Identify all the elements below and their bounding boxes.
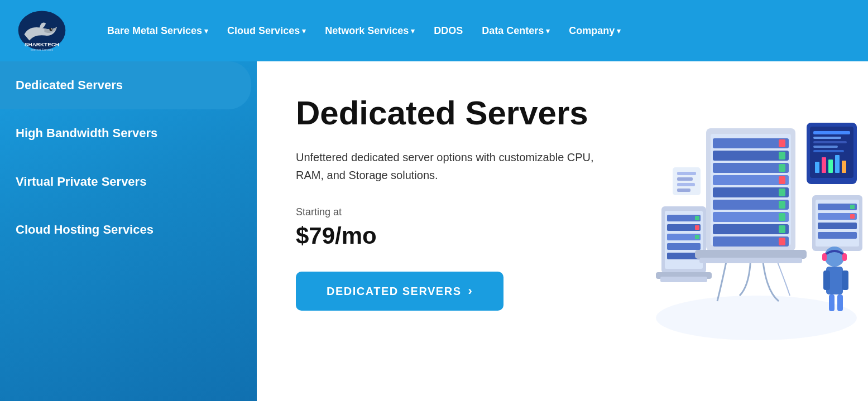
chevron-down-icon: ▾: [302, 27, 306, 35]
nav-bare-metal[interactable]: Bare Metal Services ▾: [100, 21, 215, 41]
svg-rect-54: [822, 253, 827, 261]
svg-rect-44: [818, 223, 857, 229]
svg-rect-50: [823, 270, 830, 290]
svg-text:SHARKTECH: SHARKTECH: [25, 41, 59, 47]
svg-point-2: [51, 28, 52, 30]
chevron-down-icon: ▾: [411, 27, 415, 35]
content-area: Dedicated Servers Unfettered dedicated s…: [257, 61, 868, 401]
svg-rect-57: [677, 172, 696, 175]
svg-rect-24: [779, 225, 785, 233]
svg-rect-55: [842, 253, 847, 261]
sidebar: Dedicated Servers High Bandwidth Servers…: [0, 61, 257, 401]
svg-rect-16: [713, 236, 789, 247]
svg-rect-66: [813, 146, 838, 148]
nav-cloud-services[interactable]: Cloud Services ▾: [220, 21, 313, 41]
chevron-right-icon: ›: [468, 284, 473, 298]
svg-rect-46: [850, 205, 855, 209]
server-illustration-area: [639, 95, 868, 374]
svg-rect-51: [842, 270, 848, 290]
svg-point-5: [656, 296, 857, 340]
svg-rect-11: [713, 175, 789, 185]
svg-rect-18: [779, 152, 785, 160]
main-layout: Dedicated Servers High Bandwidth Servers…: [0, 61, 868, 401]
svg-rect-33: [695, 216, 699, 220]
logo-area[interactable]: SHARKTECH Internet Services: [17, 8, 67, 53]
server-illustration-svg: [639, 95, 868, 363]
svg-rect-69: [822, 157, 826, 173]
svg-point-1: [50, 28, 52, 31]
nav-ddos[interactable]: DDOS: [427, 21, 469, 41]
sidebar-item-vps[interactable]: Virtual Private Servers: [0, 158, 257, 206]
svg-rect-17: [779, 139, 785, 147]
svg-rect-64: [813, 137, 841, 139]
svg-rect-20: [779, 176, 785, 184]
svg-rect-45: [818, 232, 857, 239]
svg-rect-72: [842, 161, 846, 173]
content-description: Unfettered dedicated server options with…: [296, 148, 620, 184]
nav-data-centers[interactable]: Data Centers ▾: [475, 21, 557, 41]
svg-rect-14: [713, 212, 789, 222]
svg-rect-31: [667, 243, 701, 250]
chevron-down-icon: ▾: [617, 27, 621, 35]
svg-point-48: [824, 247, 845, 267]
svg-rect-37: [660, 277, 707, 282]
svg-text:Internet Services: Internet Services: [31, 48, 54, 51]
chevron-down-icon: ▾: [546, 27, 550, 35]
nav-network-services[interactable]: Network Services ▾: [318, 21, 421, 41]
sidebar-item-cloud-hosting[interactable]: Cloud Hosting Services: [0, 206, 257, 254]
svg-rect-47: [850, 214, 855, 219]
svg-rect-35: [695, 235, 699, 239]
sidebar-item-high-bandwidth[interactable]: High Bandwidth Servers: [0, 109, 257, 157]
svg-rect-65: [813, 141, 847, 143]
svg-rect-34: [695, 225, 699, 230]
svg-rect-53: [837, 294, 843, 311]
main-header: SHARKTECH Internet Services Bare Metal S…: [0, 0, 868, 61]
svg-rect-22: [779, 201, 785, 209]
nav-company[interactable]: Company ▾: [562, 21, 627, 41]
svg-rect-39: [699, 258, 802, 263]
svg-rect-9: [713, 151, 789, 161]
svg-rect-38: [695, 250, 807, 259]
svg-rect-12: [713, 187, 789, 197]
main-nav: Bare Metal Services ▾ Cloud Services ▾ N…: [100, 21, 627, 41]
svg-rect-15: [713, 224, 789, 234]
svg-rect-60: [677, 189, 690, 192]
svg-rect-63: [813, 131, 850, 134]
svg-rect-8: [713, 138, 789, 148]
svg-rect-67: [813, 150, 844, 152]
svg-rect-10: [713, 163, 789, 173]
svg-rect-71: [835, 155, 840, 173]
svg-rect-70: [828, 160, 833, 173]
sharktech-logo[interactable]: SHARKTECH Internet Services: [17, 8, 67, 53]
svg-rect-13: [713, 200, 789, 210]
svg-rect-19: [779, 164, 785, 172]
svg-rect-52: [829, 294, 835, 311]
dedicated-servers-cta-button[interactable]: DEDICATED SERVERS ›: [296, 272, 503, 311]
svg-rect-68: [815, 162, 819, 173]
svg-rect-58: [677, 177, 693, 181]
svg-rect-23: [779, 213, 785, 221]
svg-rect-59: [677, 183, 695, 186]
svg-rect-21: [779, 189, 785, 196]
chevron-down-icon: ▾: [204, 27, 208, 35]
svg-rect-25: [779, 238, 785, 245]
sidebar-item-dedicated-servers[interactable]: Dedicated Servers: [0, 61, 251, 109]
